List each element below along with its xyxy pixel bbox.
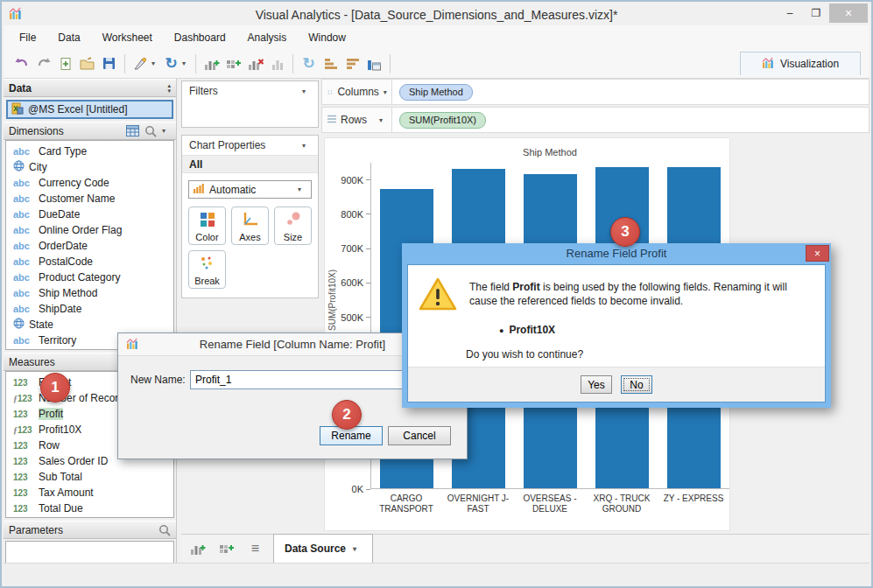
save-button[interactable] [98, 52, 120, 75]
dimension-item[interactable]: abcOrderDate [6, 238, 173, 254]
rows-field-pill[interactable]: SUM(Profit10X) [399, 112, 486, 129]
y-tick-label: 900K [341, 175, 363, 186]
chart-properties-caret-icon[interactable]: ▾ [302, 142, 311, 150]
yes-button[interactable]: Yes [581, 375, 612, 394]
dimension-label: Ship Method [39, 287, 97, 299]
maximize-button[interactable]: ❐ [803, 4, 829, 23]
new-document-button[interactable] [54, 52, 76, 75]
dimensions-caret-icon[interactable]: ▾ [162, 127, 171, 135]
columns-field-pill[interactable]: Ship Method [399, 84, 473, 101]
measure-label: Profit [39, 408, 63, 420]
filters-caret-icon[interactable]: ▾ [302, 88, 311, 95]
warning-dialog-title: Rename Field Profit [402, 247, 831, 260]
menu-worksheet[interactable]: Worksheet [102, 32, 152, 44]
title-bar[interactable]: Visual Analytics - [Data_Source_Dimensio… [4, 4, 869, 25]
refresh-button[interactable]: ↻ [160, 52, 182, 75]
menu-file[interactable]: File [19, 32, 36, 44]
dimension-item[interactable]: abcDueDate [6, 206, 173, 222]
measure-label: Sales Order ID [39, 455, 108, 467]
color-button[interactable]: Color [188, 206, 226, 245]
parameters-header[interactable]: Parameters [4, 521, 176, 539]
tab-list-icon[interactable]: ≡ [244, 537, 266, 560]
filters-header[interactable]: Filters ▾ [182, 81, 318, 101]
dimensions-header[interactable]: Dimensions ▾ [4, 122, 176, 140]
dimension-label: Product Category [39, 271, 120, 284]
y-tick: 700K [341, 243, 370, 254]
dimension-item[interactable]: abcCustomer Name [6, 191, 173, 206]
size-button[interactable]: Size [274, 206, 312, 245]
columns-label: Columns [337, 86, 378, 98]
dimension-label: Currency Code [39, 177, 109, 189]
chart-type-caret-icon: ▾ [298, 186, 306, 193]
parameters-search-icon[interactable] [158, 524, 171, 536]
y-tick: 800K [341, 209, 370, 220]
dimension-item[interactable]: abcShip Method [6, 285, 173, 301]
dimension-item[interactable]: abcCard Type [6, 144, 173, 159]
dimension-item[interactable]: abcOnline Order Flag [6, 222, 173, 238]
warning-icon [419, 277, 457, 313]
cancel-button[interactable]: Cancel [388, 426, 451, 445]
y-tick-label: 500K [341, 312, 363, 323]
rows-caret-icon[interactable]: ▾ [379, 116, 388, 124]
table-view-icon[interactable] [126, 125, 139, 136]
text-type-icon: abc [13, 146, 34, 157]
dimension-item[interactable]: abcProduct Category [6, 270, 173, 285]
refresh-caret-icon[interactable]: ▾ [182, 60, 191, 67]
minimize-button[interactable]: – [777, 4, 803, 23]
columns-caret-icon[interactable]: ▾ [384, 88, 388, 96]
app-window: Visual Analytics - [Data_Source_Dimensio… [0, 0, 873, 588]
measure-item[interactable]: 123Total Due [6, 500, 173, 516]
new-crosstab-tab-button[interactable] [215, 537, 237, 560]
add-chart-button[interactable] [201, 52, 222, 75]
chart-type-select[interactable]: Automatic ▾ [188, 180, 312, 199]
chart-type-icon [194, 183, 205, 196]
remove-chart-button[interactable] [244, 52, 266, 75]
break-button[interactable]: Break [188, 250, 226, 289]
dimension-item[interactable]: abcPostalCode [6, 254, 173, 270]
number-type-icon: 123 [13, 504, 34, 514]
chart-properties-header[interactable]: Chart Properties ▾ [182, 136, 318, 155]
measure-item[interactable]: 123Tax Amount [6, 485, 173, 500]
axes-button[interactable]: Axes [231, 206, 269, 245]
menu-window[interactable]: Window [308, 32, 346, 44]
menu-analysis[interactable]: Analysis [248, 32, 287, 44]
auto-refresh-button[interactable]: ↻ [298, 52, 320, 75]
sort-descending-button[interactable] [341, 52, 363, 75]
rows-label-zone[interactable]: Rows ▾ [322, 108, 392, 132]
data-source-tab-caret-icon[interactable]: ▾ [353, 545, 362, 553]
properties-panel: Filters ▾ Chart Properties ▾ All Automat… [181, 80, 319, 305]
close-button[interactable]: × [829, 4, 868, 23]
warning-close-button[interactable]: × [806, 245, 829, 262]
data-source-item[interactable]: @MS Excel [Untitled] [6, 100, 173, 119]
menu-data[interactable]: Data [58, 32, 80, 44]
dimension-item[interactable]: City [6, 159, 173, 175]
dimension-item[interactable]: abcShipDate [6, 301, 173, 317]
text-type-icon: abc [13, 209, 34, 220]
columns-label-zone[interactable]: ⁞⁞ Columns ▾ [322, 80, 392, 104]
dimension-item[interactable]: abcCurrency Code [6, 175, 173, 191]
sort-descending-icon [346, 58, 360, 70]
collapse-panels-icon[interactable]: ▴▾ [167, 83, 171, 94]
annotation-step-3: 3 [610, 217, 640, 247]
search-icon[interactable] [144, 125, 157, 137]
format-wizard-caret-icon[interactable]: ▾ [151, 60, 160, 67]
sort-ascending-button[interactable] [320, 52, 341, 75]
new-chart-tab-button[interactable] [187, 537, 208, 560]
measure-item[interactable]: 123Sub Total [6, 469, 173, 485]
redo-button[interactable] [32, 52, 54, 75]
menu-dashboard[interactable]: Dashboard [174, 32, 226, 44]
open-button[interactable] [76, 52, 98, 75]
undo-button[interactable] [11, 52, 32, 75]
rename-button[interactable]: Rename [320, 426, 383, 445]
dimension-label: Card Type [39, 145, 87, 158]
dimension-item[interactable]: State [6, 317, 173, 332]
chart-gray-icon [271, 57, 284, 71]
format-wizard-button[interactable] [130, 52, 151, 75]
data-panel-header[interactable]: Data ▴▾ [4, 79, 176, 97]
tab-data-source[interactable]: Data Source ▾ [273, 534, 373, 563]
no-button[interactable]: No [621, 375, 652, 394]
tab-visualization[interactable]: Visualization [740, 52, 861, 75]
color-icon [200, 207, 215, 232]
chart-window-button[interactable] [363, 52, 385, 75]
add-crosstab-button[interactable] [222, 52, 244, 75]
